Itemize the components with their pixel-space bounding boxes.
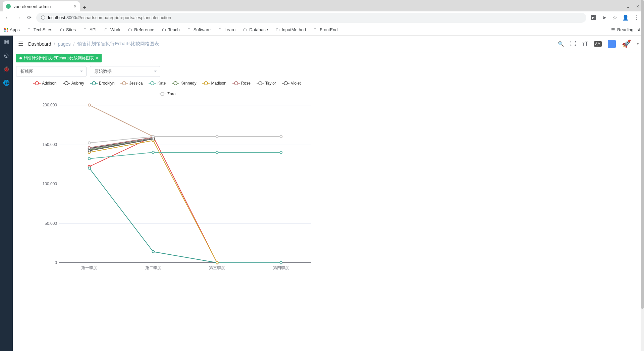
folder-icon: 🗀 bbox=[83, 27, 88, 32]
x-tick-label: 第二季度 bbox=[145, 265, 161, 271]
search-icon[interactable] bbox=[558, 41, 564, 47]
site-info-icon[interactable]: ⓘ bbox=[41, 15, 45, 21]
legend-label: Addison bbox=[42, 81, 56, 86]
bookmark-folder[interactable]: 🗀Database bbox=[243, 27, 268, 32]
legend-marker-icon bbox=[172, 83, 179, 84]
legend-label: Kate bbox=[157, 81, 166, 86]
series-line bbox=[89, 141, 217, 263]
translate-icon[interactable]: 🅰 bbox=[590, 15, 597, 21]
legend-label: Zora bbox=[167, 92, 176, 96]
y-tick-label: 0 bbox=[55, 260, 57, 265]
bookmark-folder[interactable]: 🗀Sites bbox=[60, 27, 76, 32]
tag-label: 销售计划销售执行Echarts比较网格图表 bbox=[24, 55, 94, 61]
new-tab-button[interactable]: + bbox=[80, 4, 89, 11]
profile-caret-icon[interactable]: ▾ bbox=[637, 42, 639, 46]
bookmark-folder[interactable]: 🗀Reference bbox=[128, 27, 154, 32]
chart-svg bbox=[59, 105, 311, 263]
series-point bbox=[88, 142, 91, 144]
browser-chrome: vue-element-admin × + ⌄ × ← → ⟳ ⓘ localh… bbox=[0, 0, 644, 36]
browser-tab[interactable]: vue-element-admin × bbox=[3, 1, 80, 11]
fullscreen-icon[interactable] bbox=[570, 41, 576, 47]
url-port: :8000 bbox=[65, 15, 76, 20]
breadcrumb-pages[interactable]: pages bbox=[58, 41, 70, 47]
apps-shortcut[interactable]: Apps bbox=[4, 27, 20, 32]
legend-marker-icon bbox=[159, 94, 166, 94]
close-tab-icon[interactable]: × bbox=[74, 4, 76, 9]
folder-icon: 🗀 bbox=[162, 27, 166, 32]
series-point bbox=[152, 251, 154, 253]
bookmark-folder[interactable]: 🗀InputMethod bbox=[275, 27, 306, 32]
series-point bbox=[152, 136, 154, 138]
scrollbar-vertical[interactable] bbox=[641, 0, 644, 351]
tag-close-icon[interactable]: × bbox=[96, 56, 98, 60]
sidebar-item-guide-icon[interactable]: ◎ bbox=[4, 52, 9, 58]
bookmark-label: Sites bbox=[66, 27, 76, 32]
series-line bbox=[89, 137, 281, 143]
bookmark-folder[interactable]: 🗀TechSites bbox=[27, 27, 52, 32]
tag-dot-icon bbox=[19, 57, 22, 59]
sidebar-item-dashboard-icon[interactable]: ▦ bbox=[4, 38, 9, 45]
legend-item[interactable]: Aubrey bbox=[63, 81, 84, 86]
chevron-down-icon[interactable]: ⌄ bbox=[626, 3, 630, 9]
send-icon[interactable]: ➤ bbox=[600, 14, 608, 21]
legend-item[interactable]: Brooklyn bbox=[90, 81, 115, 86]
bookmark-folder[interactable]: 🗀FrontEnd bbox=[313, 27, 337, 32]
legend-item[interactable]: Jessica bbox=[120, 81, 143, 86]
legend-item[interactable]: Madison bbox=[202, 81, 226, 86]
bookmark-folder[interactable]: 🗀API bbox=[83, 27, 97, 32]
legend-label: Madison bbox=[211, 81, 226, 86]
series-line bbox=[89, 139, 153, 151]
address-bar[interactable]: ⓘ localhost:8000/#/echartscomparegridrep… bbox=[36, 13, 586, 23]
bookmarks-bar: Apps 🗀TechSites 🗀Sites 🗀API 🗀Work 🗀Refer… bbox=[0, 24, 644, 36]
textsize-icon[interactable]: тT bbox=[582, 41, 588, 47]
bookmark-folder[interactable]: 🗀Work bbox=[104, 27, 120, 32]
legend-item[interactable]: Kate bbox=[149, 81, 166, 86]
legend-item[interactable]: Addison bbox=[33, 81, 56, 86]
legend-item[interactable]: Kennedy bbox=[172, 81, 196, 86]
hamburger-icon[interactable]: ☰ bbox=[18, 40, 23, 48]
reading-list-label: Reading list bbox=[617, 27, 640, 32]
legend-item[interactable]: Violet bbox=[282, 81, 301, 86]
series-point bbox=[88, 150, 91, 152]
profile-icon[interactable]: 👤 bbox=[622, 14, 629, 21]
bookmark-folder[interactable]: 🗀Learn bbox=[218, 27, 235, 32]
reading-list[interactable]: ☰ Reading list bbox=[611, 27, 640, 32]
forward-icon[interactable]: → bbox=[15, 15, 22, 21]
kebab-menu-icon[interactable]: ⋮ bbox=[633, 14, 640, 21]
series-point bbox=[88, 167, 91, 169]
series-point bbox=[216, 262, 218, 264]
chart-type-select[interactable]: 折线图 bbox=[16, 66, 87, 77]
legend-marker-icon bbox=[149, 83, 156, 84]
sidebar-item-bug-icon[interactable]: 🐞 bbox=[3, 66, 10, 72]
reload-icon[interactable]: ⟳ bbox=[25, 14, 33, 21]
y-tick-label: 150,000 bbox=[43, 142, 57, 147]
bookmark-folder[interactable]: 🗀Teach bbox=[162, 27, 180, 32]
legend-item[interactable]: Taylor bbox=[257, 81, 276, 86]
tag-active[interactable]: 销售计划销售执行Echarts比较网格图表 × bbox=[16, 54, 102, 62]
legend-item[interactable]: Zora bbox=[159, 92, 176, 96]
rocket-icon[interactable]: 🚀 bbox=[622, 40, 631, 48]
tab-title: vue-element-admin bbox=[13, 4, 71, 9]
bookmark-folder[interactable]: 🗀Software bbox=[187, 27, 211, 32]
breadcrumb: Dashboard / pages / 销售计划销售执行Echarts比较网格图… bbox=[28, 41, 159, 47]
bookmark-label: TechSites bbox=[34, 27, 52, 32]
bookmark-label: Learn bbox=[224, 27, 235, 32]
back-icon[interactable]: ← bbox=[4, 15, 11, 21]
legend-label: Taylor bbox=[265, 81, 276, 86]
theme-picker[interactable] bbox=[608, 40, 616, 48]
data-mode-select[interactable]: 原始数据 bbox=[90, 66, 160, 77]
folder-icon: 🗀 bbox=[128, 27, 132, 32]
y-tick-label: 100,000 bbox=[43, 182, 57, 186]
navbar-right: тT A文 🚀 ▾ bbox=[558, 40, 639, 48]
sidebar-item-international-icon[interactable]: 🌐 bbox=[3, 80, 10, 86]
scrollbar-thumb[interactable] bbox=[641, 0, 644, 309]
legend-item[interactable]: Rose bbox=[232, 81, 251, 86]
breadcrumb-dashboard[interactable]: Dashboard bbox=[28, 41, 51, 47]
folder-icon: 🗀 bbox=[313, 27, 318, 32]
language-icon[interactable]: A文 bbox=[594, 41, 602, 47]
legend-label: Violet bbox=[291, 81, 301, 86]
star-icon[interactable]: ☆ bbox=[611, 14, 619, 21]
window-close-icon[interactable]: × bbox=[636, 3, 639, 9]
tab-strip: vue-element-admin × + ⌄ × bbox=[0, 0, 644, 11]
bookmark-label: Software bbox=[194, 27, 211, 32]
